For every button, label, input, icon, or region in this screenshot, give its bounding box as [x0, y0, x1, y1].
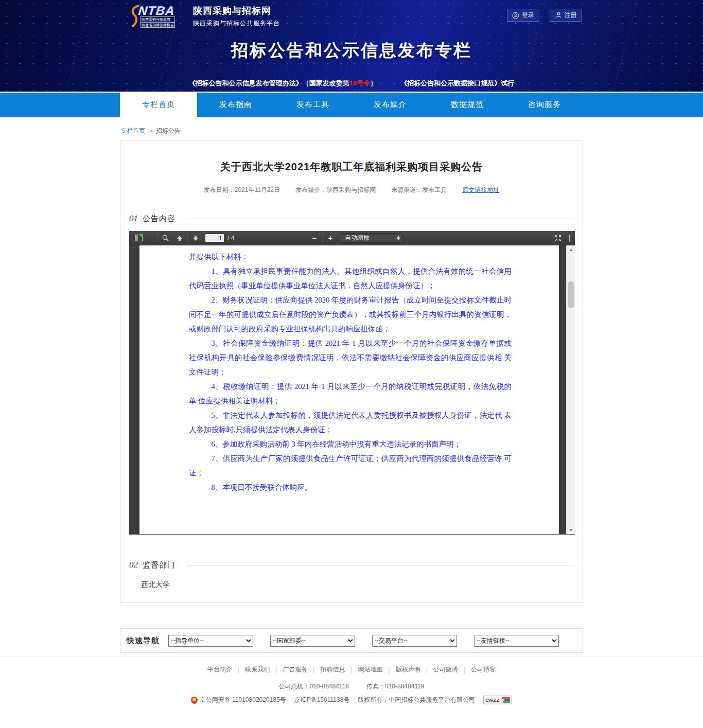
logo-small-line2: 陕西省招标投标协会 — [140, 22, 175, 28]
main-nav: 专栏首页 发布指南 发布工具 发布媒介 数据规范 咨询服务 — [0, 93, 703, 117]
minus-icon: − — [312, 234, 317, 242]
toolbar-separator — [187, 234, 188, 242]
breadcrumb-home-link[interactable]: 专栏首页 — [120, 127, 145, 135]
nav-tabs: 专栏首页 发布指南 发布工具 发布媒介 数据规范 咨询服务 — [120, 93, 583, 117]
toolbar-separator — [157, 234, 157, 242]
banner-subtitle: 《招标公告和公示信息发布管理办法》（国家发改委第10号令）《招标公告和公示数据接… — [0, 79, 703, 88]
pdf-paragraph: 5、非法定代表人参加投标的，须提供法定代表人委托授权书及被授权人身份证，法定代 … — [189, 408, 512, 437]
plus-icon: + — [328, 234, 333, 242]
pdf-paragraph: 7、供应商为生产厂家的须提供食品生产许可证证；供应商为代理商的须提供食品经营许 … — [189, 451, 512, 480]
section2-title: 监督部门 — [143, 560, 175, 570]
tab-publish-guide[interactable]: 发布指南 — [197, 93, 274, 117]
section2-divider — [187, 565, 574, 565]
logo-mark: NTBA 陕西采购与招标网 陕西省招标投标协会 — [130, 4, 186, 28]
pdf-zoom-in-button[interactable]: + — [324, 233, 337, 244]
footer-link-ad-service[interactable]: 广告服务 — [283, 665, 307, 674]
logo-brand-text: NTBA — [138, 4, 176, 18]
register-user-icon — [555, 12, 562, 19]
footer-link-platform-intro[interactable]: 平台简介 — [207, 665, 232, 674]
icp-beian-link[interactable]: 京ICP备15011138号 — [294, 696, 350, 704]
footer-link-copyright-statement[interactable]: 版权声明 — [396, 665, 420, 674]
meta-media: 发布媒介：陕西采购与招标网 — [295, 186, 376, 194]
footer-link-separator: | — [350, 666, 352, 673]
footer-copyright: 版权所有：中国招标公共服务平台有限公司 — [358, 696, 475, 704]
login-label: 登录 — [522, 11, 534, 20]
article-meta: 发布日期：2021年11月22日 发布媒介：陕西采购与招标网 来源渠道：发布工具… — [129, 186, 574, 194]
pdf-search-button[interactable] — [159, 233, 171, 244]
pdf-toolbar: / 4 − + 自动缩放 — [129, 231, 575, 245]
footer-fax: 传真：010-88484119 — [366, 682, 425, 691]
tab-publish-tools[interactable]: 发布工具 — [274, 93, 351, 117]
footer-phone: 公司总机：010-88484118 — [278, 682, 349, 691]
footer-link-separator: | — [238, 666, 239, 673]
pdf-presentation-button[interactable] — [552, 233, 564, 244]
footer-link-contact-us[interactable]: 联系我们 — [245, 665, 270, 674]
footer-link-recruit-info[interactable]: 招聘信息 — [320, 665, 345, 674]
fullscreen-icon — [554, 235, 561, 242]
arrow-down-icon — [192, 235, 199, 241]
site-logo[interactable]: NTBA 陕西采购与招标网 陕西省招标投标协会 陕西采购与招标网 陕西采购与招标… — [130, 4, 280, 28]
banner-sub-part2: ） — [370, 79, 377, 87]
scroll-up-arrow[interactable]: ▲ — [567, 245, 575, 254]
supervisor-name: 西北大学 — [141, 580, 574, 590]
login-button[interactable]: 登录 — [507, 9, 539, 22]
footer-link-weibo[interactable]: 公司微博 — [433, 665, 458, 674]
pdf-body: 并提供以下材料： 1、具有独立承担民事责任能力的法人、其他组织或自然人，提供合法… — [129, 245, 575, 534]
pdf-zoom-select[interactable]: 自动缩放 — [341, 233, 402, 243]
tab-consult-service[interactable]: 咨询服务 — [506, 93, 583, 117]
tab-data-spec[interactable]: 数据规范 — [429, 93, 506, 117]
article-card: 关于西北大学2021年教职工年底福利采购项目采购公告 发布日期：2021年11月… — [120, 140, 583, 603]
banner-sub-part1: 《招标公告和公示信息发布管理办法》（国家发改委第 — [189, 79, 349, 87]
banner-title: 招标公告和公示信息发布专栏 — [0, 39, 703, 62]
pdf-text-content: 并提供以下材料： 1、具有独立承担民事责任能力的法人、其他组织或自然人，提供合法… — [189, 250, 512, 494]
register-label: 注册 — [565, 11, 577, 20]
section-supervisor-header: 02 监督部门 — [129, 560, 574, 570]
section1-divider — [187, 219, 574, 219]
pdf-toolbar-right — [552, 233, 570, 244]
banner: 招标公告和公示信息发布专栏 《招标公告和公示信息发布管理办法》（国家发改委第10… — [0, 39, 703, 88]
footer-legal: 京公网安备 11010802020185号 京ICP备15011138号 版权所… — [0, 696, 703, 704]
scrollbar-thumb[interactable] — [568, 281, 574, 308]
footer-link-sitemap[interactable]: 网站地图 — [358, 665, 383, 674]
sidebar-notify-dot — [140, 234, 143, 237]
auth-buttons: 登录 注册 — [507, 9, 582, 22]
meta-source: 来源渠道：发布工具 — [391, 186, 447, 194]
footer-link-separator: | — [275, 666, 277, 673]
section1-title: 公告内容 — [143, 214, 175, 224]
trading-platform-select[interactable]: --交易平台-- — [372, 635, 457, 647]
pdf-zoom-out-button[interactable]: − — [308, 233, 321, 244]
footer-link-separator: | — [313, 666, 314, 673]
tab-column-home[interactable]: 专栏首页 — [120, 93, 197, 117]
origin-link[interactable]: 原文链接地址 — [462, 186, 499, 194]
cnzz-bars-icon — [502, 697, 510, 703]
pdf-page: 并提供以下材料： 1、具有独立承担民事责任能力的法人、其他组织或自然人，提供合法… — [139, 245, 559, 534]
toolbar-separator — [322, 234, 323, 242]
banner-sub-red: 10号令 — [349, 79, 370, 87]
cnzz-stats-badge[interactable]: CNZZ — [483, 696, 512, 704]
login-user-icon — [512, 12, 519, 19]
footer-link-separator: | — [389, 666, 390, 673]
quick-nav-card: 快速导航 --指导单位-- --国家部委-- --交易平台-- --友情链接-- — [120, 628, 583, 653]
icp-beian-text: 京ICP备15011138号 — [294, 696, 350, 704]
toolbar-caret-mark — [569, 235, 570, 242]
pdf-paragraph: 4、税收缴纳证明：提供 2021 年 1 月以来至少一个月的纳税证明或完税证明，… — [189, 379, 512, 408]
tab-publish-media[interactable]: 发布媒介 — [351, 93, 429, 117]
footer-link-blog[interactable]: 公司博客 — [471, 665, 496, 674]
friendly-links-select[interactable]: --友情链接-- — [474, 635, 559, 647]
gongan-beian-link[interactable]: 京公网安备 11010802020185号 — [191, 696, 286, 704]
pdf-page-number-input[interactable] — [205, 234, 224, 242]
pdf-page-up-button[interactable] — [173, 233, 186, 244]
gongan-beian-text: 京公网安备 11010802020185号 — [200, 696, 286, 704]
national-ministries-select[interactable]: --国家部委-- — [270, 635, 355, 647]
pdf-page-down-button[interactable] — [189, 233, 202, 244]
guide-unit-select[interactable]: --指导单位-- — [168, 635, 253, 647]
scroll-down-arrow[interactable]: ▼ — [567, 526, 575, 534]
site-name: 陕西采购与招标网 — [193, 5, 280, 17]
pdf-sidebar-toggle-button[interactable] — [132, 233, 145, 244]
pdf-viewer: / 4 − + 自动缩放 — [129, 231, 575, 535]
section1-number: 01 — [129, 214, 138, 224]
logo-small-line1: 陕西采购与招标网 — [140, 16, 175, 22]
pdf-scrollbar[interactable]: ▲ ▼ — [566, 245, 575, 534]
breadcrumb: 专栏首页 > 招标公告 — [120, 127, 703, 135]
register-button[interactable]: 注册 — [550, 9, 582, 22]
